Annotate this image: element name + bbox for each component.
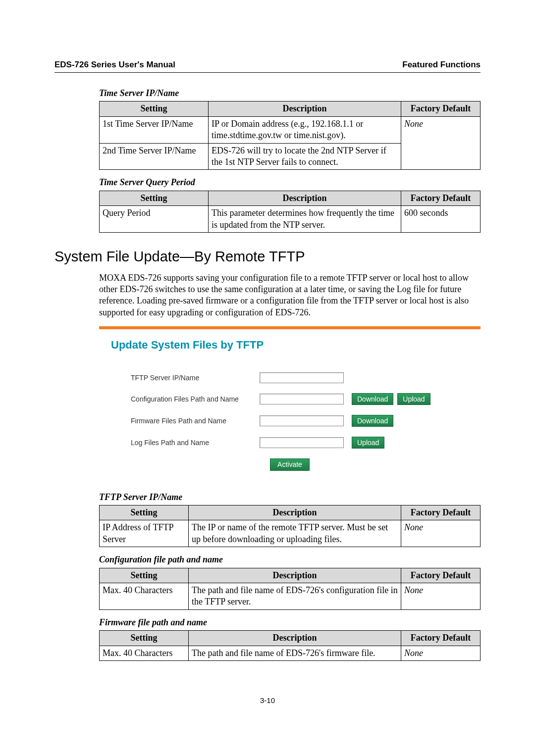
content-block: Time Server IP/Name Setting Description … <box>99 88 481 233</box>
table-caption: Time Server Query Period <box>99 177 481 188</box>
tftp-panel: Update System Files by TFTP TFTP Server … <box>99 326 481 484</box>
col-factory-default: Factory Default <box>401 568 481 583</box>
table-header-row: Setting Description Factory Default <box>100 505 481 520</box>
chapter-title: Featured Functions <box>402 59 481 70</box>
activate-button[interactable]: Activate <box>270 458 310 470</box>
tftp-server-ip-table: Setting Description Factory Default IP A… <box>99 505 481 547</box>
table-caption: Time Server IP/Name <box>99 88 481 99</box>
cell-factory-default: None <box>401 646 481 660</box>
table-row: Max. 40 Characters The path and file nam… <box>100 646 481 660</box>
col-factory-default: Factory Default <box>401 101 481 116</box>
col-factory-default: Factory Default <box>401 505 481 520</box>
table-row: 1st Time Server IP/Name IP or Domain add… <box>100 116 481 143</box>
col-setting: Setting <box>100 191 209 205</box>
cell-setting: Max. 40 Characters <box>100 646 189 660</box>
col-description: Description <box>189 568 401 583</box>
col-setting: Setting <box>100 101 209 116</box>
firmware-path-table: Setting Description Factory Default Max.… <box>99 630 481 661</box>
config-path-table: Setting Description Factory Default Max.… <box>99 568 481 610</box>
cell-setting: Max. 40 Characters <box>100 583 189 609</box>
cell-factory-default: None <box>401 520 481 547</box>
cell-setting: IP Address of TFTP Server <box>100 520 189 547</box>
config-file-label: Configuration Files Path and Name <box>131 395 260 403</box>
firmware-file-row: Firmware Files Path and Name Download <box>131 415 469 427</box>
config-file-input[interactable] <box>260 394 344 404</box>
cell-setting: 1st Time Server IP/Name <box>100 116 209 143</box>
time-server-ip-table: Setting Description Factory Default 1st … <box>99 101 481 170</box>
table-header-row: Setting Description Factory Default <box>100 191 481 205</box>
manual-title: EDS-726 Series User's Manual <box>54 59 175 70</box>
section-body-text: MOXA EDS-726 supports saving your config… <box>99 272 481 319</box>
tftp-panel-title: Update System Files by TFTP <box>111 338 469 353</box>
col-setting: Setting <box>100 505 189 520</box>
col-factory-default: Factory Default <box>401 631 481 646</box>
activate-row: Activate <box>111 458 469 470</box>
col-description: Description <box>189 631 401 646</box>
cell-setting: 2nd Time Server IP/Name <box>100 143 209 170</box>
log-upload-button[interactable]: Upload <box>352 437 384 449</box>
cell-description: The path and file name of EDS-726's conf… <box>189 583 401 609</box>
log-file-input[interactable] <box>260 437 344 448</box>
cell-factory-default: None <box>401 116 481 170</box>
col-setting: Setting <box>100 568 189 583</box>
col-factory-default: Factory Default <box>401 191 481 205</box>
firmware-download-button[interactable]: Download <box>352 415 393 427</box>
cell-description: The path and file name of EDS-726's firm… <box>189 646 401 660</box>
config-upload-button[interactable]: Upload <box>397 393 430 405</box>
table-row: IP Address of TFTP Server The IP or name… <box>100 520 481 547</box>
table-row: Query Period This parameter determines h… <box>100 206 481 233</box>
cell-setting: Query Period <box>100 206 209 233</box>
firmware-file-label: Firmware Files Path and Name <box>131 416 260 425</box>
cell-description: EDS-726 will try to locate the 2nd NTP S… <box>209 143 401 170</box>
log-file-row: Log Files Path and Name Upload <box>131 437 469 449</box>
tftp-server-input[interactable] <box>260 372 344 383</box>
col-description: Description <box>209 191 401 205</box>
cell-factory-default: None <box>401 583 481 609</box>
table-header-row: Setting Description Factory Default <box>100 631 481 646</box>
col-setting: Setting <box>100 631 189 646</box>
config-file-row: Configuration Files Path and Name Downlo… <box>131 393 469 405</box>
cell-description: IP or Domain address (e.g., 192.168.1.1 … <box>209 116 401 143</box>
table-row: Max. 40 Characters The path and file nam… <box>100 583 481 609</box>
section-heading: System File Update—By Remote TFTP <box>54 248 481 266</box>
log-file-label: Log Files Path and Name <box>131 438 260 447</box>
col-description: Description <box>189 505 401 520</box>
table-header-row: Setting Description Factory Default <box>100 568 481 583</box>
table-caption: TFTP Server IP/Name <box>99 492 481 503</box>
config-download-button[interactable]: Download <box>352 393 393 405</box>
table-caption: Firmware file path and name <box>99 617 481 628</box>
cell-description: The IP or name of the remote TFTP server… <box>189 520 401 547</box>
table-header-row: Setting Description Factory Default <box>100 101 481 116</box>
tftp-server-label: TFTP Server IP/Name <box>131 373 260 382</box>
firmware-file-input[interactable] <box>260 415 344 426</box>
tftp-server-row: TFTP Server IP/Name <box>131 372 469 383</box>
table-caption: Configuration file path and name <box>99 554 481 565</box>
cell-description: This parameter determines how frequently… <box>209 206 401 233</box>
page-number: 3-10 <box>54 696 481 706</box>
page-header: EDS-726 Series User's Manual Featured Fu… <box>54 59 481 73</box>
cell-factory-default: 600 seconds <box>401 206 481 233</box>
section-body-wrap: MOXA EDS-726 supports saving your config… <box>99 272 481 661</box>
col-description: Description <box>209 101 401 116</box>
query-period-table: Setting Description Factory Default Quer… <box>99 191 481 233</box>
